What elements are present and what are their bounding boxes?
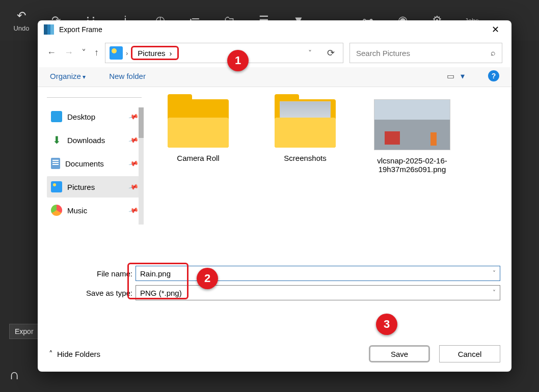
back-button[interactable]: ←: [47, 47, 56, 59]
save-as-type-label: Save as type:: [49, 289, 136, 297]
sidebar-scrollbar[interactable]: [139, 107, 144, 225]
help-button[interactable]: ?: [488, 70, 499, 81]
file-label: vlcsnap-2025-02-16-19h37m26s091.png: [369, 156, 455, 174]
app-icon: [44, 24, 54, 35]
pictures-icon: [51, 181, 62, 192]
callout-1: 1: [227, 50, 249, 71]
nav-row: ← → ˅ ↑ › Pictures › ˅ ⟳ ⌕: [38, 39, 511, 67]
pin-icon: 📌: [128, 111, 139, 122]
sidebar-item-label: Downloads: [67, 136, 105, 145]
chevron-right-icon: ›: [170, 49, 172, 58]
sidebar-item-label: Documents: [65, 159, 104, 168]
save-as-type-field[interactable]: PNG (*.png) ˅: [136, 285, 500, 300]
folder-screenshots[interactable]: Screenshots: [262, 99, 348, 162]
titlebar: Export Frame ✕: [38, 20, 511, 39]
undo-button[interactable]: ↶ Undo: [11, 9, 32, 32]
breadcrumb-label: Pictures: [138, 49, 165, 58]
undo-label: Undo: [13, 24, 29, 32]
save-as-type-value: PNG (*.png): [140, 289, 182, 297]
refresh-button[interactable]: ⟳: [319, 47, 343, 59]
folder-camera-roll[interactable]: Camera Roll: [155, 99, 241, 162]
recent-dropdown[interactable]: ˅: [82, 47, 86, 59]
music-icon: [51, 205, 62, 216]
folder-label: Screenshots: [262, 154, 348, 162]
sidebar-item-music[interactable]: Music 📌: [47, 200, 142, 221]
pin-icon: 📌: [128, 158, 139, 169]
desktop-icon: [51, 111, 62, 122]
folder-label: Camera Roll: [155, 154, 241, 162]
file-name-label: File name:: [49, 269, 136, 278]
save-label: Save: [391, 350, 408, 358]
chevron-down-icon[interactable]: ˅: [493, 270, 496, 277]
pin-icon: 📌: [128, 182, 139, 192]
search-box[interactable]: ⌕: [349, 43, 502, 63]
chevron-down-icon: ▾: [461, 71, 465, 81]
search-input[interactable]: [356, 49, 491, 58]
export-button-stub[interactable]: Expor: [9, 324, 39, 339]
chevron-up-icon: ˄: [49, 349, 53, 358]
dialog-title: Export Frame: [59, 25, 485, 34]
sidebar-item-label: Music: [67, 206, 87, 215]
file-name-field[interactable]: Rain.png ˅: [136, 266, 500, 281]
organize-menu[interactable]: Organize: [50, 72, 86, 80]
downloads-icon: ⬇: [51, 134, 62, 146]
cancel-label: Cancel: [458, 350, 482, 358]
callout-number: 3: [384, 318, 390, 331]
tool-row: Organize New folder ▭ ▾ ?: [38, 67, 511, 87]
cancel-button[interactable]: Cancel: [439, 345, 500, 362]
image-thumbnail: [374, 99, 450, 150]
split-pane: Desktop 📌 ⬇ Downloads 📌 Documents 📌 Pict…: [38, 87, 511, 258]
sidebar-item-documents[interactable]: Documents 📌: [47, 153, 142, 174]
file-name-value: Rain.png: [140, 269, 171, 278]
hide-folders-toggle[interactable]: ˄ Hide Folders: [49, 349, 100, 358]
file-vlcsnap[interactable]: vlcsnap-2025-02-16-19h37m26s091.png: [369, 99, 455, 174]
sidebar-item-downloads[interactable]: ⬇ Downloads 📌: [47, 129, 142, 151]
address-dropdown[interactable]: ˅: [301, 49, 319, 57]
file-list: Camera Roll Screenshots vlcsnap-2025-02-…: [145, 87, 511, 258]
footer-bar: ˄ Hide Folders Save Cancel: [38, 304, 511, 372]
pin-icon: 📌: [128, 205, 139, 216]
scrollbar-thumb[interactable]: [139, 107, 144, 138]
hide-folders-label: Hide Folders: [57, 350, 100, 358]
chevron-down-icon[interactable]: ˅: [493, 289, 496, 296]
up-button[interactable]: ↑: [94, 47, 99, 59]
close-icon: ✕: [492, 24, 499, 35]
address-bar[interactable]: › Pictures › ˅ ⟳: [105, 43, 343, 63]
sidebar-item-desktop[interactable]: Desktop 📌: [47, 106, 142, 127]
sidebar-item-pictures[interactable]: Pictures 📌: [47, 176, 142, 198]
callout-3: 3: [376, 314, 397, 335]
sidebar-item-label: Pictures: [67, 183, 95, 191]
bottom-panel: File name: Rain.png ˅ Save as type: PNG …: [38, 258, 511, 304]
new-folder-button[interactable]: New folder: [109, 72, 146, 80]
callout-number: 1: [235, 54, 241, 67]
documents-icon: [51, 158, 60, 169]
magnet-icon[interactable]: ∩: [9, 367, 19, 383]
pictures-icon: [110, 46, 123, 60]
forward-button[interactable]: →: [64, 47, 73, 59]
breadcrumb-sep-icon: ›: [123, 49, 131, 57]
view-icon: ▭: [447, 71, 454, 81]
save-button[interactable]: Save: [369, 345, 430, 362]
view-options[interactable]: ▭ ▾: [447, 71, 465, 81]
callout-2: 2: [197, 268, 218, 289]
undo-icon: ↶: [17, 9, 26, 22]
sidebar-item-label: Desktop: [67, 113, 95, 121]
close-button[interactable]: ✕: [485, 22, 505, 37]
callout-number: 2: [204, 272, 210, 285]
divider: [47, 97, 142, 98]
export-frame-dialog: Export Frame ✕ ← → ˅ ↑ › Pictures › ˅ ⟳ …: [38, 20, 511, 372]
pin-icon: 📌: [128, 135, 139, 146]
sidebar: Desktop 📌 ⬇ Downloads 📌 Documents 📌 Pict…: [38, 87, 145, 258]
breadcrumb-pictures[interactable]: Pictures ›: [131, 46, 178, 60]
search-icon: ⌕: [491, 48, 496, 58]
